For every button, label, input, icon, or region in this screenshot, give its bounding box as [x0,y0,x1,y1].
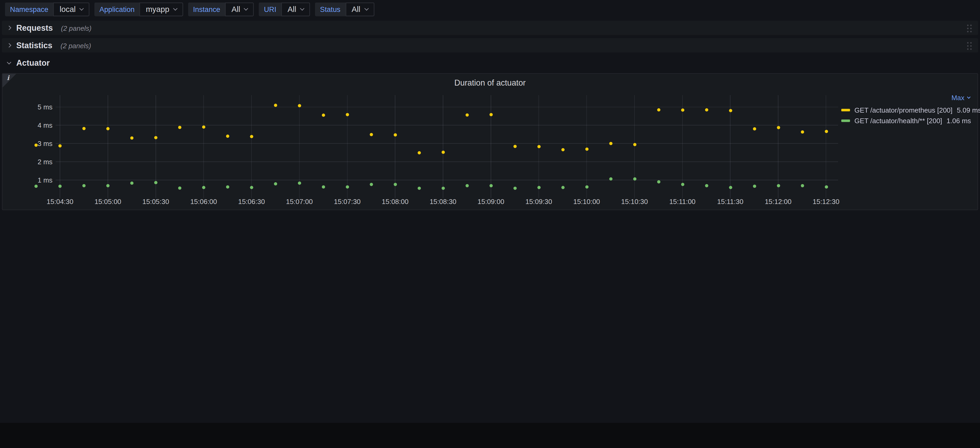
variable-instance-dropdown[interactable]: All [225,2,254,16]
svg-text:15:10:00: 15:10:00 [573,198,600,206]
legend-series-label: GET /actuator/prometheus [200] [854,106,953,113]
variable-uri-value: All [288,5,296,14]
row-panel-count: (2 panels) [60,41,91,49]
page-bottom-gutter [0,423,980,448]
variable-status-value: All [352,5,360,14]
variable-application-label: Application [94,2,140,16]
variable-application: Application myapp [94,2,183,16]
svg-text:5 ms: 5 ms [38,103,52,111]
svg-text:15:09:00: 15:09:00 [477,198,504,206]
legend-dash [841,119,850,121]
variable-instance-label: Instance [188,2,225,16]
svg-text:4 ms: 4 ms [38,121,52,129]
chevron-down-icon [80,6,84,11]
variable-application-dropdown[interactable]: myapp [140,2,183,16]
svg-text:15:06:30: 15:06:30 [238,198,265,206]
variable-application-value: myapp [146,5,169,14]
variables-bar: Namespace local Application myapp Instan… [0,0,980,19]
svg-text:15:07:00: 15:07:00 [286,198,313,206]
chevron-right-icon [7,43,11,48]
svg-text:15:12:00: 15:12:00 [765,198,792,206]
svg-text:15:05:30: 15:05:30 [142,198,169,206]
svg-text:15:11:30: 15:11:30 [717,198,743,206]
grafana-dashboard: Namespace local Application myapp Instan… [0,0,980,448]
variable-namespace-value: local [60,5,76,14]
app-window: Namespace local Application myapp Instan… [0,0,980,448]
legend-series-label: GET /actuator/health/** [200] [854,116,942,124]
legend-item-prometheus[interactable]: GET /actuator/prometheus [200] 5.09 ms [841,104,970,115]
row-title: Statistics [16,40,52,50]
legend-item-health[interactable]: GET /actuator/health/** [200] 1.06 ms [841,115,970,126]
variable-uri: URI All [259,2,310,16]
svg-text:15:08:30: 15:08:30 [430,198,457,206]
variable-uri-dropdown[interactable]: All [282,2,310,16]
variable-status-label: Status [315,2,345,16]
chevron-down-icon [244,6,248,11]
panel-duration-of-actuator: i Duration of actuator 1 ms2 ms3 ms4 ms5… [2,73,978,210]
svg-text:2 ms: 2 ms [38,158,52,166]
row-title: Requests [16,23,52,32]
svg-text:15:08:00: 15:08:00 [382,198,409,206]
legend-max-header[interactable]: Max [841,92,970,102]
chevron-down-icon [967,95,970,98]
svg-text:15:05:00: 15:05:00 [94,198,121,206]
variable-status: Status All [315,2,374,16]
legend-max-label: Max [951,94,964,101]
chevron-down-icon [300,6,304,11]
row-statistics[interactable]: Statistics (2 panels) [2,38,978,53]
legend-series-max: 5.09 ms [957,106,980,113]
legend-dash [841,108,850,111]
chevron-down-icon [7,60,11,64]
variable-instance-value: All [231,5,240,14]
svg-text:1 ms: 1 ms [38,176,52,184]
variable-uri-label: URI [259,2,282,16]
svg-text:15:11:00: 15:11:00 [669,198,695,206]
chevron-right-icon [7,26,11,30]
chevron-down-icon [364,6,369,11]
row-requests[interactable]: Requests (2 panels) [2,21,978,35]
variable-namespace: Namespace local [5,2,89,16]
variable-status-dropdown[interactable]: All [345,2,374,16]
row-panel-count: (2 panels) [61,24,92,32]
variable-namespace-dropdown[interactable]: local [54,2,89,16]
row-drag-handle[interactable] [966,24,973,32]
svg-text:3 ms: 3 ms [38,140,52,148]
variable-instance: Instance All [188,2,254,16]
duration-chart: 1 ms2 ms3 ms4 ms5 ms15:04:3015:05:0015:0… [2,74,845,210]
svg-text:15:10:30: 15:10:30 [621,198,648,206]
svg-text:15:04:30: 15:04:30 [46,198,73,206]
row-drag-handle[interactable] [966,41,973,50]
row-actuator[interactable]: Actuator [2,56,978,70]
svg-text:15:07:30: 15:07:30 [334,198,361,206]
chevron-down-icon [173,6,178,11]
svg-text:15:12:30: 15:12:30 [813,198,840,206]
svg-text:15:06:00: 15:06:00 [190,198,217,206]
legend-series-max: 1.06 ms [947,116,971,124]
legend: Max GET /actuator/prometheus [200] 5.09 … [841,92,970,126]
variable-namespace-label: Namespace [5,2,54,16]
svg-text:15:09:30: 15:09:30 [525,198,552,206]
row-title: Actuator [16,58,49,67]
